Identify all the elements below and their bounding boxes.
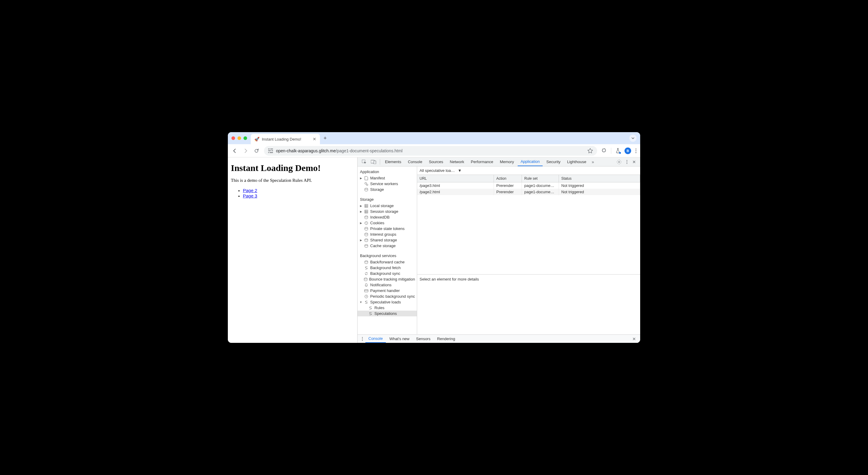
sidebar-item-shared-storage[interactable]: ▶Shared storage bbox=[358, 237, 417, 243]
sidebar-item-bg-fetch[interactable]: Background fetch bbox=[358, 265, 417, 271]
sidebar-item-cache-storage[interactable]: Cache storage bbox=[358, 243, 417, 249]
toolbar-right: B bbox=[601, 148, 637, 154]
drawer-close-button[interactable]: ✕ bbox=[630, 336, 638, 342]
speculations-table: URL Action Rule set Status /page3.html P… bbox=[417, 175, 640, 334]
column-action[interactable]: Action bbox=[494, 175, 522, 182]
more-tabs-button[interactable]: » bbox=[590, 159, 596, 165]
tab-lighthouse[interactable]: Lighthouse bbox=[564, 157, 589, 166]
section-storage: Storage bbox=[358, 195, 417, 203]
devtools-menu-button[interactable] bbox=[624, 160, 629, 164]
sidebar-item-session-storage[interactable]: ▶Session storage bbox=[358, 209, 417, 214]
close-window-button[interactable] bbox=[231, 136, 235, 140]
sidebar-item-bounce-tracking[interactable]: Bounce tracking mitigation bbox=[358, 276, 417, 282]
cell-url: /page3.html bbox=[417, 182, 494, 189]
file-icon bbox=[365, 176, 368, 180]
drawer-tab-rendering[interactable]: Rendering bbox=[434, 335, 458, 343]
sidebar-item-private-tokens[interactable]: Private state tokens bbox=[358, 226, 417, 232]
database-icon bbox=[365, 227, 368, 231]
tab-elements[interactable]: Elements bbox=[382, 157, 404, 166]
tabs-dropdown-button[interactable] bbox=[629, 135, 637, 142]
star-icon bbox=[588, 148, 593, 153]
cell-ruleset: page1-document-… bbox=[522, 182, 559, 189]
sidebar-item-storage[interactable]: Storage bbox=[358, 187, 417, 192]
menu-button[interactable] bbox=[636, 148, 637, 153]
tab-title: Instant Loading Demo! bbox=[262, 137, 301, 142]
column-ruleset[interactable]: Rule set bbox=[522, 175, 559, 182]
sidebar-item-speculative-loads[interactable]: ▼Speculative loads bbox=[358, 299, 417, 305]
sidebar-item-service-workers[interactable]: Service workers bbox=[358, 181, 417, 187]
forward-button[interactable] bbox=[242, 148, 249, 154]
device-toolbar-button[interactable] bbox=[369, 160, 378, 164]
tab-console[interactable]: Console bbox=[405, 157, 425, 166]
drawer-menu-button[interactable] bbox=[360, 337, 365, 341]
sidebar-item-periodic-sync[interactable]: Periodic background sync bbox=[358, 294, 417, 299]
column-url[interactable]: URL bbox=[417, 175, 494, 182]
svg-point-28 bbox=[365, 239, 368, 240]
sidebar-item-payment[interactable]: Payment handler bbox=[358, 288, 417, 294]
cell-ruleset: page1-document-… bbox=[522, 189, 559, 195]
page-link[interactable]: Page 2 bbox=[243, 188, 257, 193]
svg-point-23 bbox=[365, 222, 366, 223]
profile-avatar[interactable]: B bbox=[624, 148, 631, 154]
window-controls bbox=[231, 136, 247, 140]
svg-point-7 bbox=[636, 150, 637, 151]
table-row[interactable]: /page3.html Prerender page1-document-… N… bbox=[417, 182, 640, 189]
back-button[interactable] bbox=[231, 148, 238, 154]
maximize-window-button[interactable] bbox=[244, 136, 247, 140]
svg-point-17 bbox=[367, 184, 368, 185]
drawer-tab-sensors[interactable]: Sensors bbox=[413, 335, 434, 343]
site-settings-icon[interactable] bbox=[268, 149, 273, 153]
column-status[interactable]: Status bbox=[559, 175, 640, 182]
svg-point-8 bbox=[636, 152, 637, 153]
minimize-window-button[interactable] bbox=[238, 136, 241, 140]
sidebar-item-local-storage[interactable]: ▶Local storage bbox=[358, 203, 417, 209]
devtools-settings-button[interactable] bbox=[615, 159, 623, 165]
svg-point-16 bbox=[365, 182, 367, 184]
sidebar-item-manifest[interactable]: ▶Manifest bbox=[358, 175, 417, 181]
table-row[interactable]: /page2.html Prerender page1-document-… N… bbox=[417, 189, 640, 195]
sidebar-item-bg-sync[interactable]: Background sync bbox=[358, 271, 417, 276]
new-tab-button[interactable]: + bbox=[323, 135, 327, 142]
sidebar-item-cookies[interactable]: ▶Cookies bbox=[358, 220, 417, 226]
svg-point-29 bbox=[365, 244, 368, 246]
url-bar[interactable]: open-chalk-asparagus.glitch.me/page1-doc… bbox=[264, 146, 597, 156]
application-sidebar: Application ▶Manifest Service workers St… bbox=[358, 167, 417, 334]
gear-icon bbox=[617, 159, 621, 165]
sidebar-item-indexeddb[interactable]: IndexedDB bbox=[358, 214, 417, 220]
svg-point-22 bbox=[365, 221, 368, 225]
database-icon bbox=[365, 215, 368, 219]
tab-memory[interactable]: Memory bbox=[497, 157, 517, 166]
tab-performance[interactable]: Performance bbox=[468, 157, 496, 166]
sidebar-item-notifications[interactable]: Notifications bbox=[358, 282, 417, 288]
kebab-icon bbox=[362, 337, 363, 341]
sidebar-item-interest-groups[interactable]: Interest groups bbox=[358, 232, 417, 237]
devtools-close-button[interactable]: ✕ bbox=[630, 159, 638, 165]
extensions-button[interactable] bbox=[601, 148, 607, 153]
sidebar-item-bf-cache[interactable]: Back/forward cache bbox=[358, 259, 417, 265]
drawer-tab-console[interactable]: Console bbox=[365, 335, 386, 343]
svg-point-15 bbox=[627, 163, 627, 164]
page-heading: Instant Loading Demo! bbox=[231, 163, 354, 173]
browser-tab[interactable]: 🚀 Instant Loading Demo! ✕ bbox=[251, 134, 320, 144]
reload-button[interactable] bbox=[253, 148, 260, 154]
tab-application[interactable]: Application bbox=[518, 157, 543, 166]
kebab-icon bbox=[636, 148, 637, 153]
tab-favicon: 🚀 bbox=[254, 137, 259, 142]
page-link[interactable]: Page 3 bbox=[243, 193, 257, 198]
bookmark-button[interactable] bbox=[588, 148, 593, 153]
svg-point-30 bbox=[365, 261, 368, 262]
inspect-element-button[interactable] bbox=[360, 159, 368, 165]
experiments-button[interactable] bbox=[616, 148, 620, 153]
speculations-filter-dropdown[interactable]: All speculative loa… ▼ bbox=[420, 168, 462, 173]
sidebar-item-speculations[interactable]: Speculations bbox=[358, 310, 417, 316]
tab-security[interactable]: Security bbox=[543, 157, 563, 166]
tab-sources[interactable]: Sources bbox=[426, 157, 446, 166]
tab-network[interactable]: Network bbox=[447, 157, 467, 166]
sidebar-item-rules[interactable]: Rules bbox=[358, 305, 417, 310]
cell-status: Not triggered bbox=[559, 189, 640, 195]
content-area: Instant Loading Demo! This is a demo of … bbox=[228, 157, 640, 343]
drawer-tab-whatsnew[interactable]: What's new bbox=[386, 335, 413, 343]
close-tab-button[interactable]: ✕ bbox=[313, 137, 316, 142]
cell-status: Not triggered bbox=[559, 182, 640, 189]
svg-rect-1 bbox=[270, 149, 273, 149]
